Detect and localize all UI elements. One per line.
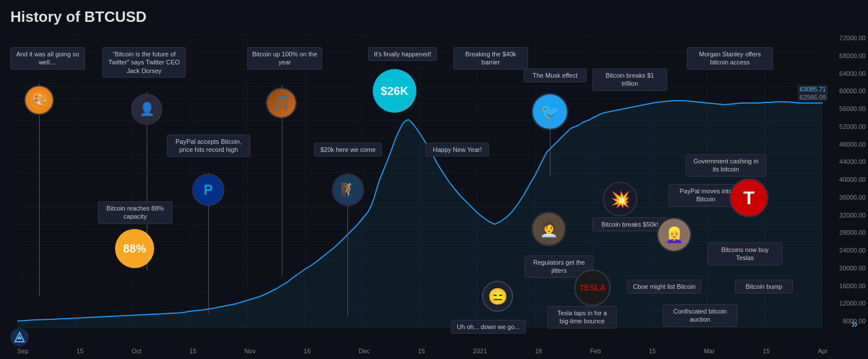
avatar-50k: 💥 — [603, 182, 637, 216]
capacity-circle: 88% — [115, 229, 154, 268]
annotation-buy-teslas: Bitcoins now buy Teslas — [708, 243, 782, 265]
annotation-capacity: Bitcoin reaches 88% capacity — [98, 201, 173, 224]
next-arrow[interactable]: » — [851, 317, 858, 330]
annotation-confiscated: Confiscated bitcoin auction — [663, 304, 737, 327]
annotation-finally: It's finally happened! — [368, 47, 437, 61]
avatar-tesla-small: TESLA — [574, 269, 611, 306]
annotation-50k: Bitcoin breaks $50k! — [592, 217, 667, 231]
annotation-20k: $20k here we come — [314, 143, 382, 156]
x-axis: Sep 15 Oct 15 Nov 16 Dec 15 2021 18 Feb … — [17, 347, 828, 354]
avatar-tesla-big: T — [729, 178, 768, 217]
avatar-jukebox: 🎵 — [266, 87, 297, 119]
avatar-going-well: 🎨 — [24, 85, 54, 115]
annotation-tesla-bounce: Tesla taps in for a big-time bounce — [548, 306, 617, 329]
annotation-musk: The Musk effect — [523, 68, 587, 82]
bottom-logo — [10, 328, 29, 346]
logo-icon — [14, 331, 25, 343]
avatar-paypal: P — [192, 174, 224, 206]
avatar-20k: 🧗 — [332, 174, 364, 206]
avatar-woman: 👱‍♀️ — [657, 217, 691, 252]
annotation-bump: Bitcoin bump — [735, 280, 793, 293]
price-high: 63085.71 — [798, 85, 828, 93]
price-low: 62986.09 — [798, 93, 828, 101]
page-title: History of BTCUSD — [10, 8, 147, 26]
annotation-going-well: And it was all going so well.... — [10, 47, 85, 70]
annotation-government: Government cashing in its bitcoin — [686, 154, 766, 177]
annotation-1trillion: Bitcoin breaks $1 trillion — [592, 68, 667, 91]
annotation-40k: Breaking the $40k barrier — [453, 47, 528, 70]
annotation-paypal-accepts: PayPal accepts Bitcoin, price hits recor… — [167, 135, 250, 157]
annotation-100pct: Bitcoin up 100% on the year — [247, 47, 322, 70]
ann-line-1 — [39, 83, 40, 296]
annotation-cboe: Cboe might list Bitcoin — [627, 280, 702, 293]
sad-face-circle: 😑 — [482, 281, 513, 312]
avatar-musk: 🐦 — [531, 93, 568, 130]
y-axis: 72000.00 68000.00 64000.00 60000.00 5600… — [839, 35, 866, 324]
avatar-dorsey: 👤 — [131, 94, 162, 125]
avatar-yellen: 👩‍💼 — [531, 212, 566, 246]
annotation-morgan: Morgan Stanley offers bitcoin access — [687, 47, 773, 70]
annotation-downwego: Uh oh... down we go... — [451, 320, 526, 334]
btc-26k-circle: $26K — [373, 69, 416, 113]
annotation-newyear: Happy New Year! — [426, 143, 489, 156]
chart-container: History of BTCUSD — [0, 0, 868, 359]
price-chart — [17, 35, 823, 328]
annotation-twitter: "Bitcoin is the future of Twitter" says … — [102, 47, 186, 78]
